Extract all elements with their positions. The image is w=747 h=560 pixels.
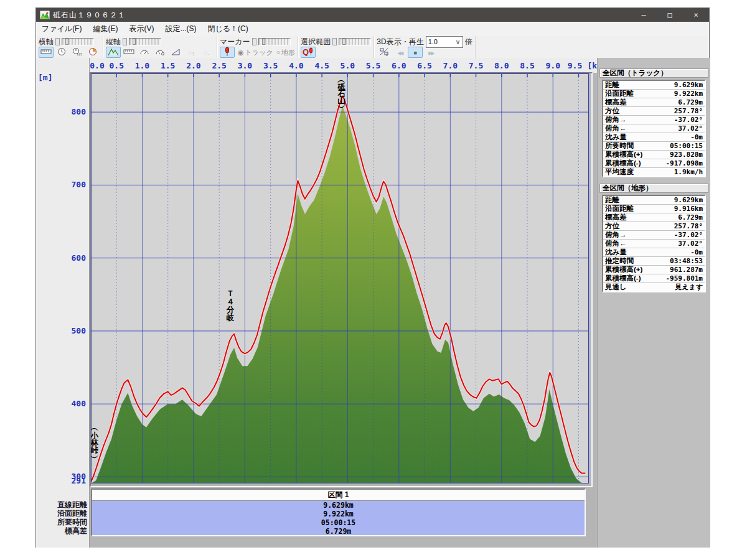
x-tick-label-1.5: 1.5 (160, 61, 176, 70)
elevation-profile-chart[interactable]: ︵小林峠︶Ｔ４分岐︵砥石山︶ (91, 73, 589, 483)
y-tick-label-800: 800 (60, 107, 86, 116)
toolbar-group-4: 3D表示・再生1.0∨倍0◀◀■▶▶ (374, 36, 475, 58)
stats-row: 標高差6.729m (603, 98, 705, 107)
menu-item-4[interactable]: 閉じる！(C) (202, 22, 253, 36)
menu-item-2[interactable]: 表示(V) (123, 22, 159, 36)
stats-row: 沈み量-0m (603, 248, 705, 257)
ruler-icon (123, 48, 134, 57)
radio-label: トラック (245, 48, 273, 57)
annotation-char: Ｔ (227, 289, 235, 298)
toolbar-button-mountain[interactable] (106, 47, 121, 58)
x-tick-label-5.5: 5.5 (365, 61, 382, 70)
slider-handle[interactable] (65, 39, 68, 45)
slider-handle[interactable] (133, 39, 136, 45)
toolbar-button-gauge[interactable] (137, 47, 152, 58)
toolbar-group-label: マーカー (220, 37, 250, 47)
stats-row-label: 累積標高(+) (603, 265, 652, 274)
stats-row-label: 沿面距離 (603, 89, 652, 98)
stats-row: 累積標高(+)961.287m (603, 266, 705, 274)
ruler-icon (40, 48, 52, 57)
ghost-2-icon: ◌. (204, 49, 210, 56)
x-tick-label-2.0: 2.0 (186, 61, 202, 70)
playback-speed-select[interactable]: 1.0∨ (426, 36, 463, 48)
stats-row-label: 距離 (603, 195, 652, 205)
svg-text:Q: Q (303, 47, 309, 56)
stats-row: 累積標高(-)-959.801m (603, 274, 705, 283)
scale-slider[interactable] (339, 38, 371, 45)
stats-row: 沿面距離9.922km (603, 90, 705, 98)
stats-row-value: 05:00:15 (652, 142, 705, 150)
toolbar: 横軸123縦軸◌₁◌.マーカー◉トラック○地形選択範囲Q3D表示・再生1.0∨倍… (36, 36, 709, 58)
toolbar-button-stop[interactable]: ■ (408, 47, 423, 58)
stats-row-value: -0m (652, 248, 705, 256)
radio-icon: ○ (276, 49, 281, 56)
scale-slider[interactable] (129, 38, 161, 45)
stats-row-label: 方位 (603, 222, 652, 231)
stats-row-label: 沿面距離 (603, 204, 652, 213)
svg-text:123: 123 (77, 52, 82, 56)
stats-row-label: 沈み量 (603, 248, 652, 257)
y-axis-unit: [m] (38, 73, 52, 82)
x-tick-label-8.5: 8.5 (519, 61, 535, 70)
slider-handle[interactable] (342, 39, 345, 45)
minimize-button[interactable]: – (631, 8, 657, 22)
x-tick-label-1.0: 1.0 (134, 61, 150, 70)
scale-slider[interactable] (258, 38, 291, 45)
toolbar-button-marker-double[interactable]: Q (301, 47, 316, 58)
stats-row-value: 03:48:53 (652, 257, 705, 265)
toolbar-button-ruler[interactable] (121, 47, 136, 58)
x-tick-label-9.5: 9.5 (567, 61, 583, 70)
stats-row-value: 257.78° (652, 107, 705, 115)
stats-row-value: -917.098m (652, 159, 705, 167)
y-tick-label-600: 600 (60, 253, 86, 263)
axis-scale-knob[interactable] (123, 38, 127, 45)
stats-row-value: 6.729m (652, 98, 705, 106)
stats-row-value: 9.629km (652, 81, 705, 89)
stats-row-value: 1.9km/h (652, 168, 705, 176)
menu-item-0[interactable]: ファイル(F) (36, 22, 87, 36)
stats-row-label: 標高差 (603, 213, 652, 222)
toolbar-group-label: 3D表示・再生 (377, 37, 423, 47)
chart-pane: [m] ︵小林峠︶Ｔ４分岐︵砥石山︶ 区間 1 9.629km9.922km05… (36, 58, 597, 548)
stats-row-value: 9.922km (652, 90, 705, 98)
view-3d-icon: 0 (379, 47, 389, 57)
annotation-char: ︶ (337, 103, 345, 112)
section-row-label-2: 所要時間 (36, 518, 87, 526)
section-header: 区間 1 (92, 490, 585, 501)
stats-row: 見通し見えます (603, 283, 705, 291)
stats-row-label: 標高差 (603, 98, 652, 107)
stats-row: 沈み量-0m (603, 133, 705, 142)
x-tick-label-4.5: 4.5 (314, 61, 330, 70)
toolbar-button-clock[interactable] (54, 47, 69, 58)
axis-scale-knob[interactable] (332, 38, 337, 45)
title-bar[interactable]: 砥石山１９０６２１ – □ × (36, 8, 709, 22)
ghost-1-icon: ◌₁ (188, 49, 194, 56)
stats-table-0: 距離9.629km沿面距離9.922km標高差6.729m方位257.78°俯角… (602, 80, 706, 177)
stats-row-value: 923.828m (652, 151, 705, 159)
toolbar-button-marker-pin[interactable] (220, 47, 235, 58)
axis-scale-knob[interactable] (55, 38, 60, 45)
toolbar-button-ruler[interactable] (39, 47, 54, 58)
toolbar-button-clock-123[interactable]: 123 (70, 47, 85, 58)
toolbar-button-gauge-clock[interactable] (153, 47, 167, 58)
stats-row-value: -0m (652, 133, 705, 141)
slider-handle[interactable] (262, 39, 265, 45)
marker-target-radio-1[interactable]: ○地形 (276, 48, 296, 57)
axis-scale-knob[interactable] (252, 38, 256, 45)
marker-target-radio-0[interactable]: ◉トラック (238, 48, 273, 57)
toolbar-button-timer[interactable] (85, 47, 100, 58)
toolbar-button-slope[interactable] (168, 47, 183, 58)
close-button[interactable]: × (683, 8, 709, 22)
playback-speed-value: 1.0 (428, 38, 438, 45)
scale-slider[interactable] (62, 38, 94, 45)
y-tick-label-700: 700 (60, 180, 86, 189)
menu-item-3[interactable]: 設定...(S) (159, 22, 202, 36)
stats-row-label: 俯角→ (603, 230, 652, 240)
toolbar-button-view-3d[interactable]: 0 (377, 47, 392, 58)
annotation-1: Ｔ４分岐 (226, 289, 235, 322)
stats-row-value: 961.287m (652, 266, 705, 274)
maximize-button[interactable]: □ (657, 8, 683, 22)
stats-row-label: 累積標高(-) (603, 274, 652, 283)
stats-row: 累積標高(+)923.828m (603, 151, 705, 159)
menu-item-1[interactable]: 編集(E) (87, 22, 123, 36)
